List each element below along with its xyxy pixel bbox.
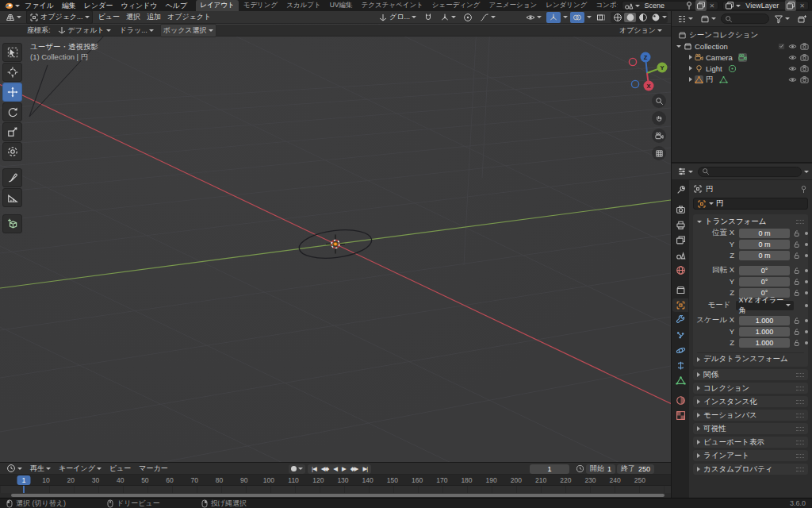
properties-editor-type-button[interactable]	[675, 166, 695, 177]
prev-keyframe-button[interactable]: ◀◆	[319, 464, 331, 474]
animate-dot-icon[interactable]	[805, 330, 808, 333]
shading-solid-button[interactable]	[624, 13, 636, 22]
viewport-menu-item[interactable]: ビュー	[95, 12, 123, 22]
outliner-display-mode-dropdown[interactable]	[698, 13, 718, 25]
scrollbar-thumb[interactable]	[11, 494, 665, 497]
tab-collection[interactable]	[672, 283, 688, 297]
panel-grip-icon[interactable]	[796, 468, 804, 471]
lock-icon[interactable]	[790, 229, 802, 237]
collection-expand-caret[interactable]	[676, 45, 681, 48]
play-button[interactable]: ▶	[339, 464, 348, 474]
view-layer-remove-icon[interactable]: ✕	[798, 2, 806, 10]
animate-dot-icon[interactable]	[805, 304, 808, 307]
collapsed-panel-header[interactable]: 関係	[693, 369, 808, 380]
new-collection-button[interactable]	[795, 13, 809, 25]
hide-eye-icon[interactable]	[788, 64, 797, 73]
topbar-menu-item[interactable]: ヘルプ	[162, 1, 192, 11]
topbar-menu-item[interactable]: ファイル	[21, 1, 58, 11]
lock-icon[interactable]	[790, 317, 802, 325]
viewport-menu-item[interactable]: 追加	[144, 12, 164, 22]
outliner-row-collection[interactable]: Collection	[672, 40, 812, 52]
collapsed-panel-header[interactable]: ラインアート	[693, 450, 808, 461]
light-expand-caret[interactable]	[689, 66, 692, 71]
value-field[interactable]: 0°	[739, 277, 790, 287]
gizmo-neg-z-ball[interactable]	[631, 80, 638, 87]
tool-rotate[interactable]	[2, 102, 22, 121]
mode-dropdown[interactable]: オブジェク...	[26, 11, 93, 24]
app-menu-caret-icon[interactable]	[15, 5, 20, 7]
tab-constraints[interactable]	[672, 359, 688, 372]
navigation-gizmo[interactable]: Z Y X	[623, 41, 669, 94]
hide-eye-icon[interactable]	[788, 75, 797, 84]
panel-grip-icon[interactable]	[796, 400, 804, 404]
value-field[interactable]: 0 m	[739, 229, 790, 238]
viewport-canvas[interactable]	[0, 11, 671, 462]
tool-cursor[interactable]	[2, 63, 22, 82]
viewport-3d[interactable]: オブジェク... ビュー選択追加オブジェクト グロ...	[0, 11, 671, 462]
overlays-dropdown-caret[interactable]	[587, 16, 592, 18]
disable-render-icon[interactable]	[800, 53, 809, 62]
view-menu[interactable]: ビュー	[107, 464, 133, 474]
play-reverse-button[interactable]: ◀	[331, 464, 339, 474]
next-keyframe-button[interactable]: ◆▶	[348, 464, 361, 474]
panel-grip-icon[interactable]	[796, 220, 804, 224]
xray-toggle[interactable]	[594, 12, 608, 23]
timeline-scrollbar[interactable]	[0, 493, 671, 498]
tab-particles[interactable]	[672, 329, 688, 342]
proportional-editing-toggle[interactable]	[461, 12, 475, 23]
scene-caret-icon[interactable]	[635, 5, 640, 7]
shading-wireframe-button[interactable]	[611, 13, 623, 22]
value-field[interactable]: 0°	[739, 266, 790, 275]
auto-keying-button[interactable]	[289, 464, 305, 474]
animate-dot-icon[interactable]	[805, 243, 808, 246]
options-dropdown[interactable]: オプション	[617, 25, 665, 37]
topbar-menu-item[interactable]: ウィンドウ	[117, 1, 161, 11]
scene-selector[interactable]: Scene ✕	[622, 1, 719, 10]
tool-select-box[interactable]	[2, 43, 22, 62]
collection-checkbox[interactable]	[778, 43, 785, 50]
hide-eye-icon[interactable]	[788, 53, 797, 62]
gizmo-dropdown-caret[interactable]	[563, 16, 568, 18]
panel-grip-icon[interactable]	[796, 427, 804, 431]
jump-to-start-button[interactable]: |◀	[309, 464, 319, 474]
camera-expand-caret[interactable]	[689, 55, 692, 60]
scene-name[interactable]: Scene	[642, 2, 683, 10]
workspace-tab[interactable]: レンダリング	[542, 0, 591, 11]
lock-icon[interactable]	[790, 241, 802, 248]
tool-annotate[interactable]	[2, 168, 22, 187]
disable-render-icon[interactable]	[800, 42, 809, 51]
snap-to-dropdown[interactable]	[438, 12, 458, 23]
lock-icon[interactable]	[790, 252, 802, 260]
workspace-tab[interactable]: シェーディング	[428, 0, 485, 11]
tab-world[interactable]	[672, 264, 688, 277]
proportional-falloff-dropdown[interactable]	[477, 12, 498, 23]
timeline-tracks[interactable]	[0, 486, 671, 493]
orientation-default-dropdown[interactable]: デフォルト	[55, 25, 113, 37]
tab-material[interactable]	[672, 394, 688, 407]
view-layer-name[interactable]: ViewLayer	[742, 2, 783, 10]
tool-measure[interactable]	[2, 188, 22, 207]
value-field[interactable]: 1.000	[739, 316, 790, 325]
show-overlays-toggle[interactable]	[570, 12, 584, 23]
scene-pin-icon[interactable]	[684, 1, 694, 10]
viewport-menu-item[interactable]: オブジェクト	[164, 12, 214, 22]
playhead-line[interactable]	[23, 486, 25, 493]
properties-search-input[interactable]	[698, 167, 802, 177]
tool-transform[interactable]	[2, 142, 22, 161]
tab-modifiers[interactable]	[672, 314, 688, 327]
snap-toggle[interactable]	[421, 12, 435, 23]
tool-add-cube[interactable]	[2, 214, 22, 233]
select-box-dropdown[interactable]: ボックス選択	[160, 24, 216, 37]
hide-eye-icon[interactable]	[788, 42, 797, 51]
camera-view-button[interactable]	[652, 129, 666, 143]
editor-type-button[interactable]	[3, 12, 24, 23]
workspace-tab[interactable]: アニメーション	[485, 0, 542, 11]
view-layer-selector[interactable]: ViewLayer ✕	[722, 1, 809, 10]
tab-object-data[interactable]	[672, 374, 688, 387]
workspace-tab[interactable]: スカルプト	[282, 0, 325, 11]
panel-grip-icon[interactable]	[796, 414, 804, 418]
animate-dot-icon[interactable]	[805, 269, 808, 272]
tab-render[interactable]	[672, 203, 688, 217]
outliner-editor-type-button[interactable]	[675, 13, 695, 25]
outliner-row-camera[interactable]: Camera	[672, 52, 812, 63]
